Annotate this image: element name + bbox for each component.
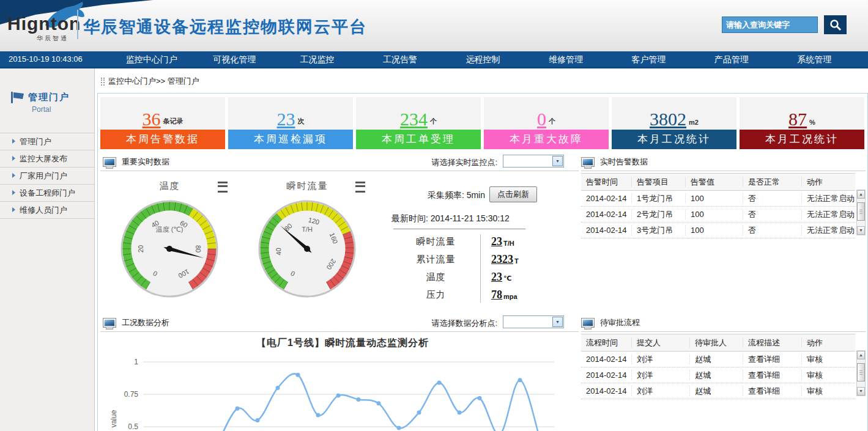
table-cell: 赵城	[689, 370, 743, 380]
reading-value: 23T/H	[480, 236, 514, 248]
svg-text:40: 40	[275, 248, 283, 256]
section-alarm: 实时告警数据	[581, 153, 866, 171]
nav-timestamp: 2015-10-19 10:43:06	[9, 51, 83, 67]
table-header-row: 流程时间提交人待审批人流程描述动作	[581, 334, 855, 352]
sidebar-item[interactable]: 设备工程师门户	[0, 185, 94, 202]
chevron-down-icon[interactable]: ▼	[552, 156, 563, 166]
table-cell: 刘洋	[631, 354, 689, 364]
reading-number: 23	[491, 271, 502, 283]
sidebar-item[interactable]: 维修人员门户	[0, 202, 94, 219]
nav-item[interactable]: 工况告警	[358, 51, 441, 67]
right-column: 实时告警数据 告警时间告警项目告警值是否正常动作2014-02-141号龙门吊1…	[581, 94, 867, 431]
reading-unit: T	[514, 257, 519, 265]
collect-frequency-label: 采集频率: 5min	[391, 190, 485, 201]
table-row: 2014-02-143号龙门吊100否无法正常启动	[581, 223, 855, 238]
search-icon	[829, 18, 842, 32]
scroll-down-icon[interactable]: ▼	[857, 226, 865, 235]
monitor-icon	[103, 318, 116, 328]
scrollbar-thumb[interactable]	[857, 363, 865, 381]
refresh-button[interactable]: 点击刷新	[489, 186, 537, 202]
table-cell: 否	[743, 209, 801, 219]
header-cell: 流程描述	[743, 337, 801, 348]
table-cell[interactable]: 查看详细	[743, 370, 801, 380]
breadcrumb[interactable]: 监控中心门户>> 管理门户	[101, 76, 199, 87]
scroll-up-icon[interactable]: ▲	[857, 351, 865, 359]
table-cell[interactable]: 查看详细	[743, 354, 801, 364]
nav-item[interactable]: 监控中心门户	[110, 51, 193, 67]
svg-text:T/H: T/H	[302, 226, 313, 233]
sidebar-item[interactable]: 厂家用户门户	[0, 168, 94, 185]
table-cell: 2014-02-14	[581, 210, 631, 219]
table-row: 2014-02-14刘洋赵城查看详细审核	[581, 367, 855, 383]
monitor-icon	[103, 157, 116, 167]
table-cell: 2014-02-14	[581, 386, 631, 396]
dashboard-panel: 36条记录本周告警数据23次本周巡检漏项234个本周工单受理0个本月重大故障38…	[97, 93, 868, 431]
table-cell[interactable]: 查看详细	[743, 386, 801, 396]
realtime-select-label: 请选择实时监控点:	[376, 157, 497, 168]
table-row: 2014-02-141号龙门吊100否无法正常启动	[581, 191, 855, 207]
nav-item[interactable]: 可视化管理	[193, 51, 275, 67]
table-cell: 赵城	[689, 386, 743, 396]
header-cell: 提交人	[631, 337, 689, 348]
latest-time-divider	[393, 229, 525, 229]
nav-item[interactable]: 产品管理	[690, 51, 773, 67]
alarm-table-scrollbar[interactable]: ▲ ▼	[856, 190, 866, 235]
scroll-up-icon[interactable]: ▲	[857, 190, 865, 199]
search-input[interactable]	[722, 17, 818, 33]
section-title: 实时告警数据	[600, 157, 648, 168]
chart-menu-icon[interactable]	[218, 182, 228, 193]
sidebar-item-label: 维修人员门户	[20, 205, 67, 215]
realtime-point-select[interactable]: ▼	[503, 155, 564, 168]
table-cell: 刘洋	[631, 386, 689, 396]
analysis-point-select[interactable]: ▼	[503, 315, 564, 328]
reading-row: 瞬时流量23T/H	[391, 233, 563, 251]
svg-text:0.5: 0.5	[128, 422, 138, 431]
scroll-down-icon[interactable]: ▼	[857, 387, 865, 396]
table-cell: 2014-02-14	[581, 370, 631, 380]
reading-row: 压力78mpa	[391, 286, 563, 304]
analysis-select-label: 请选择数据分析点:	[376, 318, 497, 329]
header-cell: 是否正常	[743, 177, 801, 187]
nav-item[interactable]: 工况监控	[276, 51, 358, 67]
reading-row: 温度23℃	[391, 268, 563, 286]
flag-icon	[10, 90, 24, 104]
nav-item[interactable]: 维修管理	[524, 51, 607, 67]
caret-right-icon	[12, 139, 15, 144]
scrollbar-thumb[interactable]	[857, 202, 865, 221]
approval-table-scrollbar[interactable]: ▲ ▼	[856, 350, 866, 396]
monitor-icon	[581, 157, 595, 167]
chevron-down-icon[interactable]: ▼	[552, 317, 563, 327]
reading-unit: T/H	[503, 240, 514, 247]
gauge-dial: 020406080100温度 (℃)	[121, 200, 218, 298]
reading-label: 瞬时流量	[391, 236, 480, 248]
table-cell[interactable]: 审核	[801, 354, 855, 364]
search-button[interactable]	[824, 15, 847, 34]
sidebar: 管理门户 Portal 管理门户监控大屏发布厂家用户门户设备工程师门户维修人员门…	[0, 68, 95, 431]
table-cell[interactable]: 审核	[801, 370, 855, 380]
nav-item[interactable]: 系统管理	[773, 51, 856, 67]
table-cell: 赵城	[689, 354, 743, 364]
table-cell: 1号龙门吊	[631, 193, 685, 204]
nav-item[interactable]: 客户管理	[607, 51, 690, 67]
left-column: 重要实时数据 请选择实时监控点: ▼ 温度020406080100温度 (℃)瞬…	[98, 94, 581, 431]
sidebar-item[interactable]: 管理门户	[0, 133, 94, 150]
table-cell: 2014-02-14	[581, 226, 631, 235]
reading-unit: ℃	[503, 274, 511, 282]
logo-subtitle: 华辰智通	[37, 34, 69, 43]
sidebar-item-label: 监控大屏发布	[20, 154, 67, 163]
reading-number: 2323	[491, 254, 513, 265]
table-cell: 2号龙门吊	[631, 209, 685, 219]
chart-menu-icon[interactable]	[355, 182, 365, 193]
sidebar-item[interactable]: 监控大屏发布	[0, 150, 94, 168]
sidebar-item-label: 管理门户	[20, 137, 51, 146]
table-header-row: 告警时间告警项目告警值是否正常动作	[581, 173, 855, 191]
table-cell: 2014-02-14	[581, 194, 631, 203]
approval-table: 流程时间提交人待审批人流程描述动作2014-02-14刘洋赵城查看详细审核201…	[581, 334, 855, 399]
nav-item[interactable]: 远程控制	[442, 51, 524, 67]
table-cell: 无法正常启动	[801, 209, 855, 219]
reading-label: 累计流量	[391, 254, 480, 265]
table-cell[interactable]: 审核	[801, 386, 855, 396]
app-header: Hignton 华辰智通 华辰智通设备远程监控物联网云平台	[0, 0, 868, 51]
sidebar-menu: 管理门户监控大屏发布厂家用户门户设备工程师门户维修人员门户	[0, 133, 94, 219]
alarm-table: 告警时间告警项目告警值是否正常动作2014-02-141号龙门吊100否无法正常…	[581, 173, 855, 238]
